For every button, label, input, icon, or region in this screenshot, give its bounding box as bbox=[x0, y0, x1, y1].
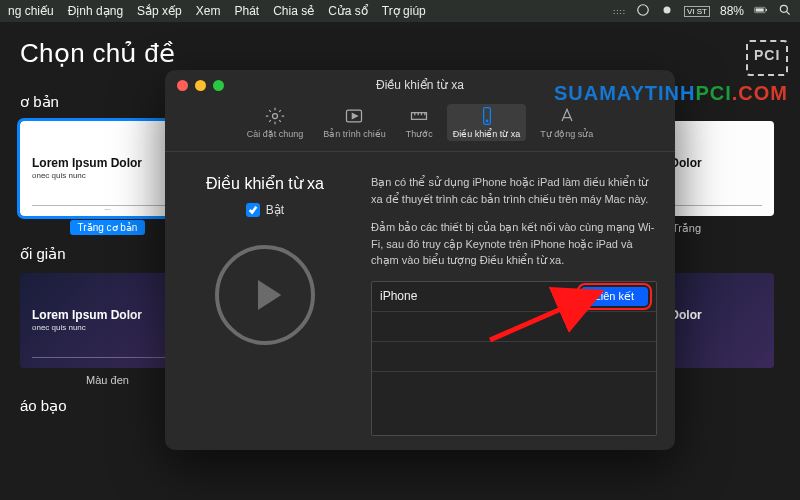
theme-title: Lorem Ipsum Dolor bbox=[32, 308, 183, 324]
svg-point-11 bbox=[486, 120, 488, 122]
theme-subtitle: onec quis nunc bbox=[32, 171, 183, 181]
prefs-toolbar: Cài đặt chung Bản trình chiếu Thước Điều… bbox=[165, 98, 675, 152]
input-source-badge[interactable]: VI ST bbox=[684, 6, 710, 17]
menu-right: :::: VI ST 88% bbox=[613, 3, 792, 20]
svg-rect-3 bbox=[756, 8, 764, 11]
menubar: ng chiếu Định dạng Sắp xếp Xem Phát Chia… bbox=[0, 0, 800, 22]
preferences-window: Điều khiển từ xa Cài đặt chung Bản trình… bbox=[165, 70, 675, 450]
tab-slideshow[interactable]: Bản trình chiếu bbox=[317, 104, 392, 141]
remote-right-pane: Bạn có thể sử dụng iPhone hoặc iPad làm … bbox=[365, 152, 675, 450]
device-row-empty bbox=[372, 372, 656, 436]
menu-item[interactable]: Định dạng bbox=[68, 4, 123, 18]
remote-description-2: Đảm bảo các thiết bị của bạn kết nối vào… bbox=[371, 219, 657, 269]
tab-remote[interactable]: Điều khiển từ xa bbox=[447, 104, 527, 141]
creative-cloud-icon[interactable] bbox=[636, 3, 650, 20]
tab-label: Cài đặt chung bbox=[247, 129, 304, 139]
tab-rulers[interactable]: Thước bbox=[400, 104, 439, 141]
menu-item[interactable]: Sắp xếp bbox=[137, 4, 182, 18]
device-row: iPhone Liên kết bbox=[372, 282, 656, 312]
menu-item[interactable]: Xem bbox=[196, 4, 221, 18]
tab-label: Thước bbox=[406, 129, 433, 139]
battery-icon[interactable] bbox=[754, 3, 768, 20]
remote-left-pane: Điều khiển từ xa Bật bbox=[165, 152, 365, 450]
remote-description-1: Bạn có thể sử dụng iPhone hoặc iPad làm … bbox=[371, 174, 657, 207]
enable-remote-checkbox[interactable]: Bật bbox=[246, 203, 284, 217]
menu-item[interactable]: Chia sẻ bbox=[273, 4, 314, 18]
watermark-text: PCI bbox=[695, 82, 731, 104]
device-row-empty bbox=[372, 342, 656, 372]
menu-item[interactable]: Trợ giúp bbox=[382, 4, 426, 18]
device-row-empty bbox=[372, 312, 656, 342]
record-icon[interactable] bbox=[660, 3, 674, 20]
svg-point-1 bbox=[663, 6, 670, 13]
play-preview-icon bbox=[215, 245, 315, 345]
watermark-logo-icon bbox=[746, 40, 788, 76]
svg-rect-4 bbox=[766, 8, 767, 10]
device-table: iPhone Liên kết bbox=[371, 281, 657, 437]
dotted-indicator-icon: :::: bbox=[613, 7, 626, 16]
minimize-window-button[interactable] bbox=[195, 80, 206, 91]
tab-label: Điều khiển từ xa bbox=[453, 129, 521, 139]
theme-subtitle: onec quis nunc bbox=[32, 323, 183, 333]
window-controls bbox=[177, 80, 224, 91]
tab-label: Bản trình chiếu bbox=[323, 129, 386, 139]
tab-label: Tự động sửa bbox=[540, 129, 593, 139]
autocorrect-icon bbox=[557, 106, 577, 126]
remote-icon bbox=[477, 106, 497, 126]
zoom-window-button[interactable] bbox=[213, 80, 224, 91]
svg-point-5 bbox=[780, 5, 787, 12]
tab-autocorrect[interactable]: Tự động sửa bbox=[534, 104, 599, 141]
checkbox-label: Bật bbox=[266, 203, 284, 217]
tab-general[interactable]: Cài đặt chung bbox=[241, 104, 310, 141]
remote-heading: Điều khiển từ xa bbox=[206, 174, 324, 193]
svg-point-0 bbox=[638, 4, 649, 15]
ruler-icon bbox=[409, 106, 429, 126]
theme-caption-selected: Trắng cơ bản bbox=[70, 220, 146, 235]
menu-item[interactable]: Cửa sổ bbox=[328, 4, 368, 18]
menu-left: ng chiếu Định dạng Sắp xếp Xem Phát Chia… bbox=[8, 4, 426, 18]
checkbox-checked-icon bbox=[246, 203, 260, 217]
close-window-button[interactable] bbox=[177, 80, 188, 91]
watermark-text: .COM bbox=[732, 82, 788, 104]
watermark: SUAMAYTINHPCI.COM bbox=[554, 40, 788, 104]
spotlight-icon[interactable] bbox=[778, 3, 792, 20]
svg-point-7 bbox=[272, 114, 277, 119]
svg-line-6 bbox=[787, 11, 790, 14]
gear-icon bbox=[265, 106, 285, 126]
watermark-text: SUAMAYTINH bbox=[554, 82, 696, 104]
link-device-button[interactable]: Liên kết bbox=[581, 287, 648, 306]
menu-item[interactable]: Phát bbox=[234, 4, 259, 18]
menu-item[interactable]: ng chiếu bbox=[8, 4, 54, 18]
theme-title: Lorem Ipsum Dolor bbox=[32, 156, 183, 172]
play-rect-icon bbox=[344, 106, 364, 126]
battery-text: 88% bbox=[720, 4, 744, 18]
device-name: iPhone bbox=[380, 287, 417, 305]
